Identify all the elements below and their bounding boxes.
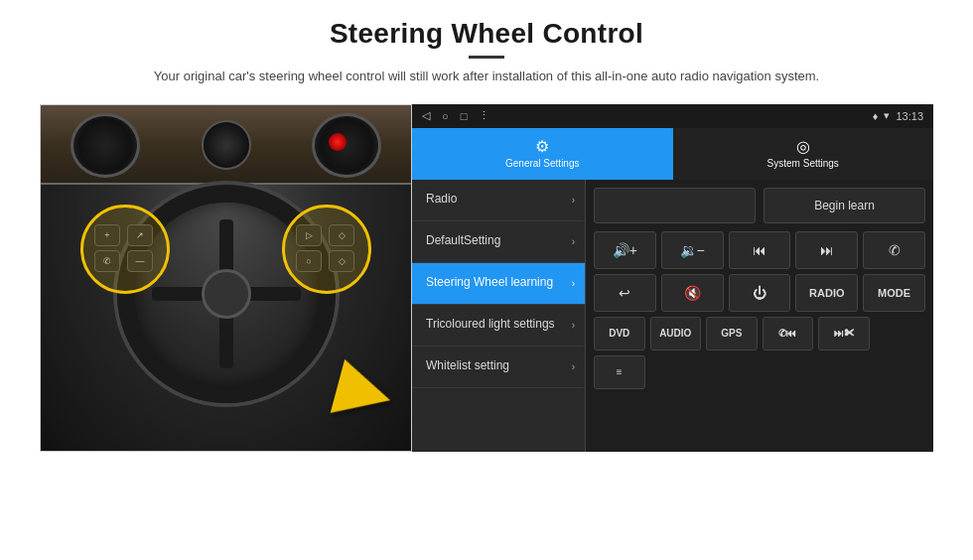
tab-system-settings[interactable]: ◎ System Settings [673,128,934,180]
control-row-4: ≡ [594,355,925,389]
mute-icon: 🔇 [684,285,701,301]
settings-menu: Radio › DefaultSetting › Steering Wheel … [412,180,586,452]
empty-input-box [594,188,756,223]
control-row-1: 🔊+ 🔉− ⏮ ⏭ ✆ [594,231,925,269]
dvd-button[interactable]: DVD [594,317,645,350]
answer-button[interactable]: ↩ [594,274,656,312]
chevron-right-icon: › [572,320,575,331]
menu-nav-icon[interactable]: ⋮ [479,109,489,122]
phone-next-button[interactable]: ⏭✂ [818,317,870,350]
subtitle: Your original car's steering wheel contr… [154,67,819,86]
volume-down-icon: 🔉− [680,242,705,258]
menu-list-icon: ≡ [617,366,623,377]
menu-item-radio[interactable]: Radio › [412,180,585,221]
radio-label: RADIO [809,287,844,299]
tab-bar: ⚙ General Settings ◎ System Settings [412,128,933,180]
control-row-3: DVD AUDIO GPS ✆⏮ ⏭✂ [594,317,925,350]
chevron-right-icon: › [572,195,575,206]
title-divider [469,56,504,59]
gps-label: GPS [721,328,742,339]
radio-button[interactable]: RADIO [795,274,858,312]
menu-icon-button[interactable]: ≡ [594,355,645,389]
mute-button[interactable]: 🔇 [661,274,724,312]
status-bar: ◁ ○ □ ⋮ ♦ ▾ 13:13 [412,104,933,128]
settings-content: Begin learn 🔊+ 🔉− ⏮ [586,180,933,452]
steering-wheel-image: + ↗ ✆ — ▷ ◇ ○ ◇ [40,104,412,452]
power-icon: ⏻ [753,285,766,301]
settings-area: Radio › DefaultSetting › Steering Wheel … [412,180,933,452]
chevron-right-icon: › [572,236,575,247]
audio-button[interactable]: AUDIO [650,317,702,350]
next-track-button[interactable]: ⏭ [795,231,858,269]
chevron-right-icon: › [572,278,575,289]
next-icon: ⏭ [820,242,834,258]
chevron-right-icon: › [572,361,575,372]
page-title: Steering Wheel Control [154,18,819,50]
menu-item-whitelist[interactable]: Whitelist setting › [412,347,585,388]
menu-item-default-setting[interactable]: DefaultSetting › [412,221,585,263]
gps-button[interactable]: GPS [706,317,758,350]
control-row-2: ↩ 🔇 ⏻ RADIO MODE [594,274,925,312]
content-row: + ↗ ✆ — ▷ ◇ ○ ◇ ◁ ○ [40,104,933,452]
volume-down-button[interactable]: 🔉− [661,231,724,269]
tab-general-settings[interactable]: ⚙ General Settings [412,128,673,180]
recents-nav-icon[interactable]: □ [461,110,468,122]
clock: 13:13 [896,110,923,122]
phone-prev-icon: ✆⏮ [778,328,796,339]
arrow-indicator [337,365,391,421]
dvd-label: DVD [609,328,629,339]
back-nav-icon[interactable]: ◁ [422,109,430,122]
power-button[interactable]: ⏻ [729,274,791,312]
android-panel: ◁ ○ □ ⋮ ♦ ▾ 13:13 ⚙ General Settings [412,104,933,452]
volume-up-icon: 🔊+ [613,242,637,258]
phone-icon: ✆ [889,242,901,258]
phone-next-icon: ⏭✂ [834,328,854,339]
mode-label: MODE [878,287,910,299]
answer-icon: ↩ [619,285,630,301]
right-button-highlight [282,205,371,294]
gear-icon: ⚙ [535,137,549,156]
left-button-highlight [80,205,170,294]
menu-item-steering-wheel[interactable]: Steering Wheel learning › [412,263,585,305]
volume-up-button[interactable]: 🔊+ [594,231,656,269]
prev-icon: ⏮ [753,242,766,258]
wifi-icon: ▾ [884,109,890,122]
home-nav-icon[interactable]: ○ [442,110,449,122]
audio-label: AUDIO [659,328,691,339]
phone-button[interactable]: ✆ [863,231,925,269]
location-icon: ♦ [873,110,879,122]
prev-track-button[interactable]: ⏮ [729,231,791,269]
phone-prev-button[interactable]: ✆⏮ [763,317,814,350]
mode-button[interactable]: MODE [863,274,925,312]
begin-learn-button[interactable]: Begin learn [764,188,925,223]
menu-item-tricoloured[interactable]: Tricoloured light settings › [412,305,585,347]
system-icon: ◎ [796,137,810,156]
title-section: Steering Wheel Control Your original car… [154,18,819,98]
